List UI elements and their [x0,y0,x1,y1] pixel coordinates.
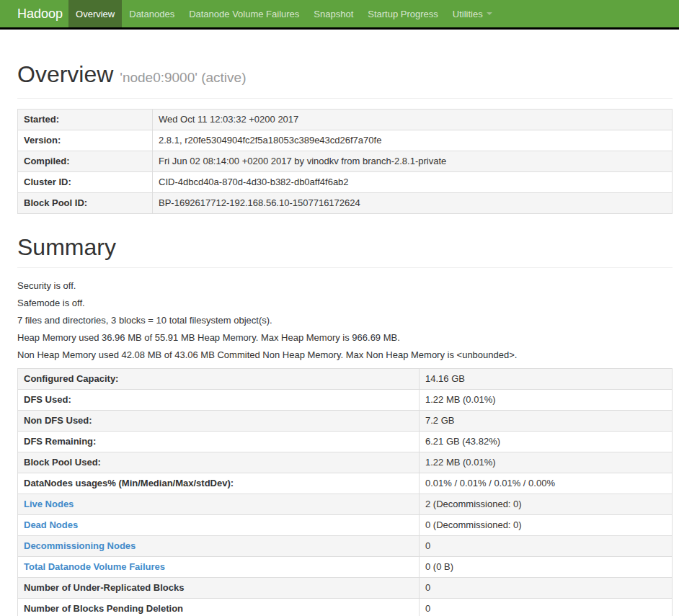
table-row: Configured Capacity: 14.16 GB [18,369,673,390]
chevron-down-icon [487,12,492,15]
under-replicated-blocks-value: 0 [420,578,673,599]
summary-text: Security is off. Safemode is off. 7 file… [17,280,673,361]
table-row: Compiled: Fri Jun 02 08:14:00 +0200 2017… [18,151,673,172]
datanodes-usages-value: 0.01% / 0.01% / 0.01% / 0.00% [420,473,673,494]
info-row-compiled-label: Compiled: [18,151,153,172]
non-dfs-used-label: Non DFS Used: [18,411,420,432]
table-row: Total Datanode Volume Failures 0 (0 B) [18,557,673,578]
table-row: Dead Nodes 0 (Decommissioned: 0) [18,515,673,536]
nav-item-startup-progress[interactable]: Startup Progress [360,0,445,27]
blocks-pending-deletion-label: Number of Blocks Pending Deletion [18,599,420,616]
nav-item-snapshot[interactable]: Snapshot [306,0,360,27]
datanodes-usages-label: DataNodes usages% (Min/Median/Max/stdDev… [18,473,420,494]
table-row: DataNodes usages% (Min/Median/Max/stdDev… [18,473,673,494]
page-title: Overview 'node0:9000' (active) [17,61,673,91]
info-row-block-pool-id-label: Block Pool ID: [18,193,153,214]
table-row: Cluster ID: CID-4dbcd40a-870d-4d30-b382-… [18,172,673,193]
info-row-started-label: Started: [18,110,153,130]
table-row: Block Pool ID: BP-1692617712-192.168.56.… [18,193,673,214]
decommissioning-nodes-link[interactable]: Decommissioning Nodes [24,540,136,551]
dead-nodes-link[interactable]: Dead Nodes [24,519,78,530]
block-pool-used-value: 1.22 MB (0.01%) [420,452,673,473]
live-nodes-link[interactable]: Live Nodes [24,499,74,509]
table-row: DFS Remaining: 6.21 GB (43.82%) [18,432,673,452]
live-nodes-value: 2 (Decommissioned: 0) [420,494,673,515]
block-pool-used-label: Block Pool Used: [18,452,420,473]
summary-table: Configured Capacity: 14.16 GB DFS Used: … [17,368,673,616]
table-row: Live Nodes 2 (Decommissioned: 0) [18,494,673,515]
non-heap-memory-text: Non Heap Memory used 42.08 MB of 43.06 M… [17,349,673,361]
table-row: Block Pool Used: 1.22 MB (0.01%) [18,452,673,473]
info-row-version-label: Version: [18,130,153,151]
info-table: Started: Wed Oct 11 12:03:32 +0200 2017 … [17,109,673,214]
dfs-remaining-label: DFS Remaining: [18,432,420,452]
total-datanode-volume-failures-link[interactable]: Total Datanode Volume Failures [24,561,165,572]
heap-memory-text: Heap Memory used 36.96 MB of 55.91 MB He… [17,332,673,344]
configured-capacity-value: 14.16 GB [420,369,673,390]
security-status-text: Security is off. [17,280,673,292]
table-row: Non DFS Used: 7.2 GB [18,411,673,432]
table-row: DFS Used: 1.22 MB (0.01%) [18,390,673,411]
summary-header: Summary [17,234,673,268]
table-row: Number of Blocks Pending Deletion 0 [18,599,673,616]
filesystem-objects-text: 7 files and directories, 3 blocks = 10 t… [17,315,673,326]
nav-item-datanodes[interactable]: Datanodes [122,0,182,27]
decommissioning-nodes-value: 0 [420,536,673,557]
dead-nodes-value: 0 (Decommissioned: 0) [420,515,673,536]
table-row: Number of Under-Replicated Blocks 0 [18,578,673,599]
safemode-status-text: Safemode is off. [17,298,673,309]
dfs-used-label: DFS Used: [18,390,420,411]
navbar-brand[interactable]: Hadoop [0,0,68,27]
nav-item-utilities[interactable]: Utilities [445,0,500,27]
table-row: Started: Wed Oct 11 12:03:32 +0200 2017 [18,110,673,130]
info-row-version-value: 2.8.1, r20fe5304904fc2f5a18053c389e43cd2… [153,130,673,151]
dfs-remaining-value: 6.21 GB (43.82%) [420,432,673,452]
non-dfs-used-value: 7.2 GB [420,411,673,432]
summary-title: Summary [17,234,673,260]
page-title-subtitle: 'node0:9000' (active) [120,70,246,85]
dfs-used-value: 1.22 MB (0.01%) [420,390,673,411]
overview-header: Overview 'node0:9000' (active) [17,61,673,99]
nav-item-utilities-label: Utilities [453,9,483,19]
nav-item-datanode-volume-failures[interactable]: Datanode Volume Failures [182,0,306,27]
table-row: Version: 2.8.1, r20fe5304904fc2f5a18053c… [18,130,673,151]
navbar: Hadoop Overview Datanodes Datanode Volum… [0,0,679,30]
info-row-cluster-id-value: CID-4dbcd40a-870d-4d30-b382-db0aff4f6ab2 [153,172,673,193]
table-row: Decommissioning Nodes 0 [18,536,673,557]
page-title-text: Overview [17,61,113,87]
blocks-pending-deletion-value: 0 [420,599,673,616]
configured-capacity-label: Configured Capacity: [18,369,420,390]
under-replicated-blocks-label: Number of Under-Replicated Blocks [18,578,420,599]
info-row-compiled-value: Fri Jun 02 08:14:00 +0200 2017 by vinodk… [153,151,673,172]
info-row-block-pool-id-value: BP-1692617712-192.168.56.10-150771617262… [153,193,673,214]
info-row-started-value: Wed Oct 11 12:03:32 +0200 2017 [153,110,673,130]
nav-item-overview[interactable]: Overview [68,0,122,27]
info-row-cluster-id-label: Cluster ID: [18,172,153,193]
total-datanode-volume-failures-value: 0 (0 B) [420,557,673,578]
